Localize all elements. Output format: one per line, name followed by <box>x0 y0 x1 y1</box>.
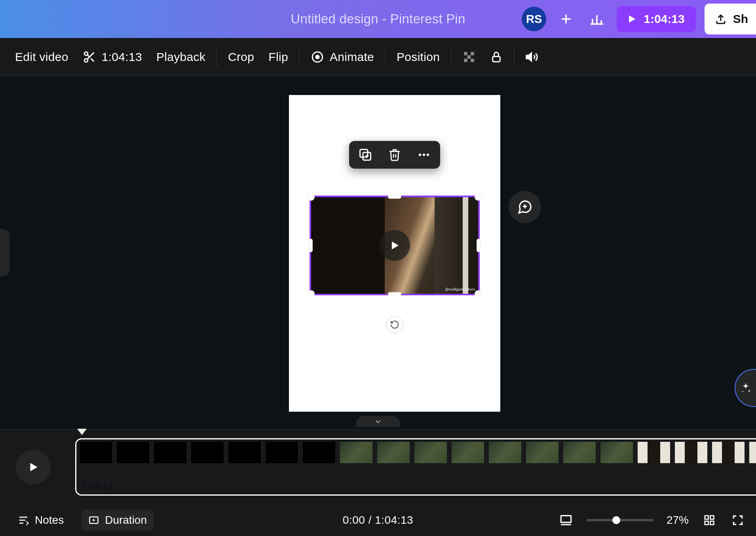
play-icon <box>26 460 40 474</box>
footer-left: Notes Duration <box>10 510 154 530</box>
timeline-thumb <box>712 442 745 463</box>
header-actions: RS 1:04:13 Sh <box>522 0 756 38</box>
timeline-thumb <box>600 442 633 463</box>
transparency-button[interactable] <box>455 45 483 69</box>
svg-rect-15 <box>464 52 467 55</box>
grid-view-button[interactable] <box>701 512 717 528</box>
timeline-thumb <box>266 442 298 463</box>
video-watermark: @mulliganbrothers <box>445 287 475 291</box>
volume-icon <box>525 50 539 64</box>
rotate-handle[interactable] <box>386 316 403 333</box>
add-member-button[interactable] <box>555 8 577 30</box>
resize-handle-se[interactable] <box>475 290 482 297</box>
timeline-thumb <box>377 442 410 463</box>
timeline-thumb <box>563 442 596 463</box>
notes-icon <box>17 514 29 526</box>
svg-point-33 <box>742 391 743 392</box>
side-panel-toggle[interactable] <box>0 229 9 276</box>
notes-button[interactable]: Notes <box>10 510 71 530</box>
playhead-marker[interactable] <box>77 429 87 435</box>
zoom-slider[interactable] <box>587 519 654 521</box>
svg-marker-39 <box>93 519 95 522</box>
timeline-thumb <box>414 442 447 463</box>
resize-handle-ne[interactable] <box>475 194 482 201</box>
document-title[interactable]: Untitled design - Pinterest Pin <box>291 11 465 27</box>
delete-button[interactable] <box>386 146 403 163</box>
trim-button[interactable]: 1:04:13 <box>76 45 149 69</box>
svg-rect-20 <box>493 56 500 61</box>
insights-button[interactable] <box>586 8 608 30</box>
chevron-down-icon <box>374 417 382 426</box>
comment-icon <box>517 199 533 215</box>
svg-rect-18 <box>464 59 467 62</box>
svg-rect-40 <box>561 516 571 523</box>
flip-button[interactable]: Flip <box>261 45 295 69</box>
grid-icon <box>703 514 715 526</box>
timeline-clip[interactable]: 1:04:13 <box>75 438 756 496</box>
timeline-thumb <box>638 442 670 463</box>
fullscreen-icon <box>731 514 744 526</box>
svg-rect-16 <box>471 52 474 55</box>
view-mode-button[interactable] <box>558 512 574 528</box>
fullscreen-button[interactable] <box>730 512 746 528</box>
svg-line-12 <box>87 55 89 57</box>
position-button[interactable]: Position <box>389 45 447 69</box>
artboard[interactable]: @mulliganbrothers <box>289 95 500 412</box>
add-comment-button[interactable] <box>509 191 541 223</box>
toolbar-separator <box>385 47 386 67</box>
timeline-thumb <box>117 442 149 463</box>
upload-icon <box>715 13 727 25</box>
timeline-collapse-toggle[interactable] <box>356 416 400 427</box>
svg-point-14 <box>315 55 319 59</box>
lock-icon <box>490 51 503 63</box>
svg-marker-34 <box>30 463 38 471</box>
lock-button[interactable] <box>483 45 510 69</box>
animate-button[interactable]: Animate <box>304 45 381 69</box>
resize-handle-sw[interactable] <box>308 290 315 297</box>
resize-handle-e[interactable] <box>477 239 481 252</box>
timeline-thumb <box>749 442 756 463</box>
present-duration: 1:04:13 <box>644 12 684 26</box>
footer-right: 27% <box>558 512 746 528</box>
playback-time: 0:00 / 1:04:13 <box>343 514 413 526</box>
element-floating-toolbar <box>349 141 440 169</box>
user-avatar[interactable]: RS <box>522 7 546 31</box>
duplicate-button[interactable] <box>357 146 374 163</box>
transparency-icon <box>462 50 476 64</box>
more-button[interactable] <box>416 146 432 163</box>
play-icon <box>626 13 637 25</box>
toolbar-separator <box>514 47 514 67</box>
resize-handle-nw[interactable] <box>308 194 315 201</box>
canvas-area: @mulliganbrothers <box>0 76 756 429</box>
play-icon <box>388 239 401 252</box>
resize-handle-s[interactable] <box>388 292 401 296</box>
duration-button[interactable]: Duration <box>81 510 154 530</box>
toolbar-separator <box>217 47 217 67</box>
svg-line-11 <box>91 58 94 61</box>
video-play-button[interactable] <box>379 230 410 261</box>
crop-button[interactable]: Crop <box>221 45 261 69</box>
zoom-percentage[interactable]: 27% <box>667 514 689 526</box>
view-icon <box>559 513 573 527</box>
edit-video-button[interactable]: Edit video <box>8 45 76 69</box>
selected-element[interactable]: @mulliganbrothers <box>310 196 480 295</box>
video-frame[interactable]: @mulliganbrothers <box>311 197 478 294</box>
volume-button[interactable] <box>518 45 546 69</box>
magic-button[interactable] <box>735 369 756 407</box>
share-button[interactable]: Sh <box>705 4 756 34</box>
context-toolbar: Edit video 1:04:13 Playback Crop Flip An… <box>0 38 756 76</box>
timeline-thumbnails <box>80 442 756 479</box>
timeline-play-button[interactable] <box>16 450 51 485</box>
animate-icon <box>311 50 324 64</box>
app-header: Untitled design - Pinterest Pin RS 1:04:… <box>0 0 756 38</box>
svg-point-27 <box>419 154 421 156</box>
plus-icon <box>559 12 573 26</box>
resize-handle-w[interactable] <box>309 239 313 252</box>
playback-button[interactable]: Playback <box>149 45 213 69</box>
present-button[interactable]: 1:04:13 <box>617 6 695 32</box>
duration-icon <box>88 515 99 526</box>
duplicate-icon <box>358 148 372 162</box>
toolbar-separator <box>451 47 451 67</box>
svg-rect-45 <box>710 521 714 525</box>
resize-handle-n[interactable] <box>388 195 401 199</box>
